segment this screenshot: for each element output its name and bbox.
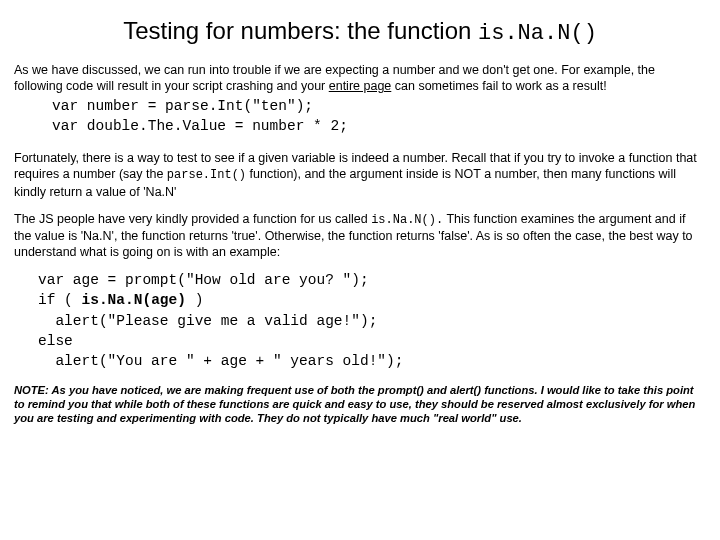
paragraph-2: Fortunately, there is a way to test to s… [14, 150, 706, 199]
code2-l3: alert("Please give me a valid age!"); [38, 311, 706, 331]
title-mono: is.Na.N() [478, 21, 597, 46]
code2-l2a: if ( [38, 292, 82, 308]
paragraph-1: As we have discussed, we can run into tr… [14, 62, 706, 94]
title-text: Testing for numbers: the function [123, 17, 478, 44]
code-example-1: var number = parse.Int("ten"); var doubl… [52, 97, 706, 136]
code1-l2: var double.The.Value = number * 2; [52, 118, 348, 134]
code2-l2b: is.Na.N(age) [82, 292, 186, 308]
p2-mono: parse.Int() [167, 168, 246, 182]
p3-mono: is.Na.N(). [371, 213, 443, 227]
page-title: Testing for numbers: the function is.Na.… [14, 16, 706, 48]
code2-l2: if ( is.Na.N(age) ) [38, 290, 706, 310]
code2-l2c: ) [186, 292, 203, 308]
code2-l4: else [38, 331, 706, 351]
code2-l5: alert("You are " + age + " years old!"); [38, 351, 706, 371]
p1-b: can sometimes fail to work as a result! [391, 79, 606, 93]
code-example-2: var age = prompt("How old are you? "); i… [38, 270, 706, 371]
p1-underline: entire page [329, 79, 392, 93]
code1-l1: var number = parse.Int("ten"); [52, 98, 313, 114]
p3-a: The JS people have very kindly provided … [14, 212, 371, 226]
note-paragraph: NOTE: As you have noticed, we are making… [14, 383, 706, 425]
paragraph-3: The JS people have very kindly provided … [14, 211, 706, 260]
code2-l1: var age = prompt("How old are you? "); [38, 270, 706, 290]
